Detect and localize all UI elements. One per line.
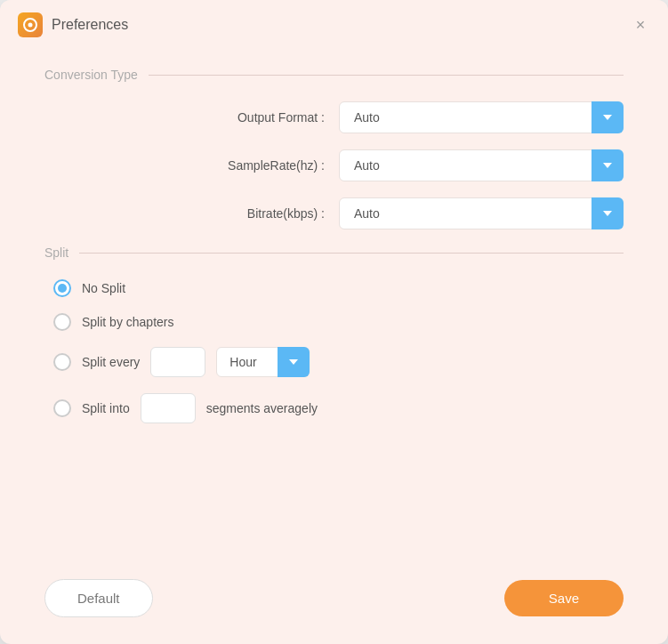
conversion-type-section-heading: Conversion Type: [44, 68, 624, 82]
app-icon: [18, 12, 43, 37]
output-format-row: Output Format : Auto MP3 AAC WAV FLAC OG…: [44, 101, 624, 133]
close-button[interactable]: ×: [631, 15, 650, 35]
split-chapters-label: Split by chapters: [82, 315, 174, 329]
split-into-radio[interactable]: [53, 399, 71, 417]
bitrate-select-wrapper: Auto 128 192 256 320: [339, 197, 624, 229]
split-into-suffix: segments averagely: [206, 401, 318, 415]
split-into-spinner: ▲ ▼: [141, 393, 196, 423]
no-split-radio[interactable]: [53, 279, 71, 297]
split-every-unit-wrapper: Hour Minute: [216, 347, 310, 377]
output-format-select-wrapper: Auto MP3 AAC WAV FLAC OGG: [339, 101, 624, 133]
footer: Default Save: [0, 561, 668, 644]
default-button[interactable]: Default: [44, 579, 153, 617]
save-button[interactable]: Save: [504, 580, 624, 616]
split-section: Split No Split Split by chapters Split: [44, 246, 624, 423]
bitrate-row: Bitrate(kbps) : Auto 128 192 256 320: [44, 197, 624, 229]
window-title: Preferences: [52, 17, 128, 33]
bitrate-label: Bitrate(kbps) :: [182, 206, 325, 221]
output-format-select[interactable]: Auto MP3 AAC WAV FLAC OGG: [339, 101, 624, 133]
main-content: Conversion Type Output Format : Auto MP3…: [0, 50, 668, 561]
sample-rate-select[interactable]: Auto 44100 48000 22050 16000: [339, 149, 624, 181]
no-split-row: No Split: [53, 279, 624, 297]
split-divider: [79, 253, 624, 254]
preferences-window: Preferences × Conversion Type Output For…: [0, 0, 668, 644]
split-every-value[interactable]: [151, 350, 205, 374]
sample-rate-row: SampleRate(hz) : Auto 44100 48000 22050 …: [44, 149, 624, 181]
split-every-label: Split every: [82, 355, 140, 369]
split-radio-group: No Split Split by chapters Split every ▲: [44, 279, 624, 423]
split-chapters-row: Split by chapters: [53, 313, 624, 331]
split-every-spinner: ▲ ▼: [150, 347, 205, 377]
split-into-row: Split into ▲ ▼ segments averagely: [53, 393, 624, 423]
conversion-type-title: Conversion Type: [44, 68, 138, 82]
bitrate-select[interactable]: Auto 128 192 256 320: [339, 197, 624, 229]
sample-rate-select-wrapper: Auto 44100 48000 22050 16000: [339, 149, 624, 181]
split-into-value[interactable]: [141, 396, 196, 421]
no-split-label: No Split: [82, 281, 125, 295]
split-section-heading: Split: [44, 246, 624, 260]
split-every-radio[interactable]: [53, 353, 71, 371]
sample-rate-label: SampleRate(hz) :: [182, 158, 325, 173]
conversion-type-divider: [149, 75, 624, 76]
split-title: Split: [44, 246, 68, 260]
output-format-label: Output Format :: [182, 110, 325, 125]
split-every-unit-select[interactable]: Hour Minute: [216, 347, 310, 377]
split-into-label: Split into: [82, 401, 130, 415]
split-chapters-radio[interactable]: [53, 313, 71, 331]
title-bar: Preferences ×: [0, 0, 668, 50]
split-every-row: Split every ▲ ▼ Hour Minute: [53, 347, 624, 377]
